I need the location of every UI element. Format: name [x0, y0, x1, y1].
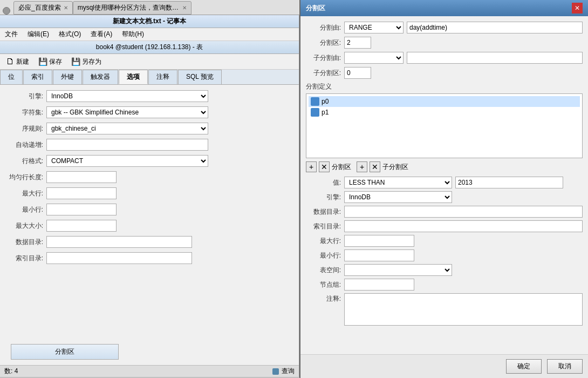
- charset-select[interactable]: gbk -- GBK Simplified Chinese: [46, 106, 208, 118]
- options-form: 引擎: InnoDB 字符集: gbk -- GBK Simplified Ch…: [0, 85, 299, 339]
- value-num-input[interactable]: [455, 177, 563, 188]
- detail-index-dir-label: 索引目录:: [306, 222, 341, 231]
- value-label: 值:: [306, 178, 341, 187]
- detail-data-dir-input[interactable]: [344, 206, 583, 218]
- index-dir-label: 索引目录:: [5, 254, 43, 263]
- subpartition-toolbar-label: 子分割区: [382, 163, 408, 172]
- avg-row-input[interactable]: [46, 171, 117, 183]
- remove-partition-btn[interactable]: ✕: [319, 161, 330, 172]
- tab-options[interactable]: 选项: [119, 70, 148, 84]
- dialog-title: 分割区: [306, 4, 325, 13]
- save-icon: 💾: [38, 57, 47, 66]
- max-size-label: 最大大小:: [5, 221, 43, 231]
- add-subpartition-btn[interactable]: +: [357, 161, 367, 172]
- sub-partition-by-label: 子分割由:: [306, 53, 341, 63]
- query-btn-label[interactable]: 查询: [282, 367, 295, 376]
- sub-partitions-label: 子分割区:: [306, 69, 341, 78]
- collation-select[interactable]: gbk_chinese_ci: [46, 123, 208, 134]
- tab-fields[interactable]: 位: [0, 70, 23, 84]
- sub-partition-by-expr-input[interactable]: [407, 52, 583, 64]
- tab1-close-icon[interactable]: ✕: [64, 5, 68, 11]
- menu-file[interactable]: 文件: [3, 29, 20, 39]
- comment-textarea[interactable]: [344, 293, 583, 326]
- dialog-footer: 确定 取消: [300, 354, 588, 378]
- status-bar: 数: 4 查询: [0, 365, 299, 377]
- detail-max-row-input[interactable]: [344, 235, 414, 247]
- tree-item-p1[interactable]: p1: [309, 107, 580, 118]
- menu-view[interactable]: 查看(A): [88, 29, 114, 39]
- menu-format[interactable]: 格式(O): [57, 29, 83, 39]
- data-dir-label: 数据目录:: [5, 238, 43, 247]
- nodegroup-label: 节点组:: [306, 280, 341, 289]
- browser-tab-2[interactable]: mysql使用哪种分区方法，查询数据： ✕: [73, 1, 192, 15]
- add-partition-btn[interactable]: +: [306, 161, 317, 172]
- tab-sql-preview[interactable]: SQL 预览: [178, 70, 222, 84]
- tab-foreign[interactable]: 外键: [53, 70, 82, 84]
- notepad-title: 新建文本文档.txt - 记事本: [0, 15, 299, 28]
- p0-label: p0: [322, 98, 329, 105]
- detail-min-row-input[interactable]: [344, 249, 414, 261]
- sub-partition-by-select[interactable]: [344, 52, 404, 64]
- comment-label: 注释:: [306, 293, 341, 303]
- engine-select[interactable]: InnoDB: [46, 90, 208, 102]
- partitions-input[interactable]: [344, 37, 371, 49]
- p1-icon: [311, 108, 319, 117]
- p1-label: p1: [322, 109, 329, 116]
- row-format-select[interactable]: COMPACT: [46, 155, 208, 167]
- toolbar-save[interactable]: 💾 保存: [35, 56, 65, 68]
- engine-label: 引擎:: [5, 92, 43, 101]
- menu-help[interactable]: 帮助(H): [120, 29, 146, 39]
- p0-icon: [311, 97, 319, 106]
- min-row-input[interactable]: [46, 204, 117, 215]
- partition-by-select[interactable]: RANGE: [344, 22, 404, 33]
- detail-index-dir-input[interactable]: [344, 220, 583, 232]
- menu-edit[interactable]: 编辑(E): [25, 29, 51, 39]
- auto-inc-input[interactable]: [46, 139, 208, 151]
- toolbar-new[interactable]: 🗋 新建: [3, 56, 32, 68]
- tablespace-label: 表空间:: [306, 266, 341, 275]
- saveas-icon: 💾: [71, 57, 80, 66]
- dialog-titlebar: 分割区 ✕: [300, 0, 588, 16]
- partition-toolbar-label: 分割区: [332, 163, 351, 172]
- tab-triggers[interactable]: 触发器: [83, 70, 118, 84]
- remove-subpartition-btn[interactable]: ✕: [370, 161, 380, 172]
- browser-tab-1[interactable]: 必应_百度搜索 ✕: [13, 1, 73, 15]
- tree-item-p0[interactable]: p0: [309, 96, 580, 107]
- max-row-label: 最大行:: [5, 189, 43, 198]
- query-icon: [272, 368, 279, 375]
- partition-by-expr-input[interactable]: [407, 22, 583, 33]
- tablespace-select[interactable]: [344, 264, 452, 276]
- value-type-select[interactable]: LESS THAN: [344, 177, 452, 188]
- row-format-label: 行格式:: [5, 157, 43, 166]
- auto-inc-label: 自动递增:: [5, 140, 43, 150]
- nodegroup-input[interactable]: [344, 279, 414, 291]
- detail-data-dir-label: 数据目录:: [306, 207, 341, 217]
- dialog-close-button[interactable]: ✕: [572, 3, 583, 14]
- partition-by-label: 分割由:: [306, 23, 341, 32]
- detail-max-row-label: 最大行:: [306, 237, 341, 246]
- toolbar-saveas[interactable]: 💾 另存为: [68, 56, 105, 68]
- new-icon: 🗋: [6, 57, 15, 66]
- data-dir-input[interactable]: [46, 236, 192, 248]
- detail-engine-select[interactable]: InnoDB: [344, 191, 452, 203]
- partition-detail: 值: LESS THAN 引擎: InnoDB 数据目录:: [306, 177, 583, 349]
- max-size-input[interactable]: [46, 220, 117, 232]
- partition-def-label: 分割定义: [306, 82, 583, 91]
- tab-indexes[interactable]: 索引: [23, 70, 52, 84]
- partition-tree: p0 p1: [306, 93, 583, 158]
- charset-label: 字符集:: [5, 108, 43, 117]
- partitions-label: 分割区:: [306, 38, 341, 48]
- sub-partitions-input[interactable]: [344, 67, 371, 79]
- index-dir-input[interactable]: [46, 252, 192, 264]
- detail-min-row-label: 最小行:: [306, 251, 341, 260]
- notepad-menu: 文件 编辑(E) 格式(O) 查看(A) 帮助(H): [0, 28, 299, 41]
- max-row-input[interactable]: [46, 187, 117, 199]
- partition-dialog: 分割区 ✕ 分割由: RANGE 分割区: 子分割由:: [299, 0, 588, 378]
- partition-button[interactable]: 分割区: [11, 344, 119, 360]
- confirm-button[interactable]: 确定: [506, 359, 542, 374]
- min-row-label: 最小行:: [5, 205, 43, 214]
- tab-comment[interactable]: 注释: [148, 70, 177, 84]
- cancel-button[interactable]: 取消: [547, 359, 583, 374]
- avg-row-label: 均匀行长度:: [5, 173, 43, 182]
- tab2-close-icon[interactable]: ✕: [182, 5, 187, 11]
